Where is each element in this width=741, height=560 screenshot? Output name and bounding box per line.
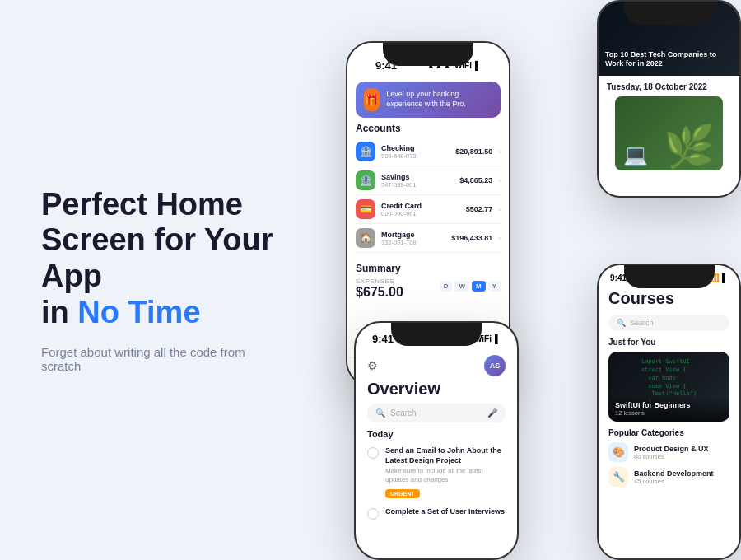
tasks-screen: 9:41 ▲▲▲ WiFi ▌ ⚙ AS Overview 🔍 Search 🎤… bbox=[356, 323, 517, 558]
summary-left: EXPENSES $675.00 bbox=[356, 278, 403, 300]
tasks-avatar: AS bbox=[484, 355, 506, 376]
savings-icon: 🏦 bbox=[356, 170, 375, 190]
credit-amount: $502.77 bbox=[466, 205, 493, 213]
news-article-title: Top 10 Best Tech Companies to Work for i… bbox=[605, 50, 733, 69]
task-name-1: Send an Email to John About the Latest D… bbox=[385, 446, 506, 465]
courses-screen: 9:41 ▲▲▲ 📶 ▌ Courses 🔍 Search Just for Y… bbox=[599, 265, 739, 558]
hero-subtitle: Forget about writing all the code from s… bbox=[41, 345, 280, 373]
tasks-today-label: Today bbox=[356, 429, 517, 442]
courses-search-icon: 🔍 bbox=[617, 319, 626, 327]
expenses-amount: $675.00 bbox=[356, 285, 403, 300]
plant-icon: 🌿 bbox=[664, 123, 715, 170]
chevron-icon: › bbox=[498, 148, 501, 156]
task-content-1: Send an Email to John About the Latest D… bbox=[385, 446, 506, 499]
summary-section: Summary EXPENSES $675.00 D W M Y bbox=[347, 253, 509, 305]
task-badge-urgent: URGENT bbox=[385, 489, 420, 498]
accounts-section: Accounts 🏦 Checking 900-648-073 $20,891.… bbox=[347, 123, 509, 253]
news-phone: Top 10 Best Tech Companies to Work for i… bbox=[597, 0, 741, 198]
task-checkbox-2[interactable] bbox=[367, 508, 379, 520]
checking-num: 900-648-073 bbox=[381, 152, 450, 160]
tasks-status-time: 9:41 bbox=[372, 333, 394, 345]
period-pills: D W M Y bbox=[440, 281, 501, 292]
account-checking: 🏦 Checking 900-648-073 $20,891.50 › bbox=[356, 138, 501, 166]
courses-search-placeholder: Search bbox=[630, 319, 654, 327]
task-desc-1: Make sure to include all the latest upda… bbox=[385, 467, 506, 484]
account-savings: 🏦 Savings 547-089-001 $4,865.23 › bbox=[356, 166, 501, 195]
credit-num: 020-000-961 bbox=[381, 210, 460, 217]
design-name: Product Design & UX bbox=[634, 445, 709, 453]
chevron-icon-4: › bbox=[498, 235, 501, 242]
course-lessons: 12 lessons bbox=[615, 409, 723, 417]
news-date-section: Tuesday, 18 October 2022 🌿 💻 bbox=[599, 76, 739, 177]
title-line-1: Perfect Home bbox=[41, 187, 243, 222]
backend-count: 45 courses bbox=[634, 478, 714, 485]
courses-search[interactable]: 🔍 Search bbox=[608, 315, 729, 331]
tasks-header: ⚙ AS bbox=[356, 348, 517, 380]
tasks-search-placeholder: Search bbox=[390, 408, 417, 418]
backend-name: Backend Development bbox=[634, 469, 714, 478]
chevron-icon-3: › bbox=[498, 206, 501, 213]
mortgage-amount: $196,433.81 bbox=[451, 234, 492, 242]
popular-section: Popular Categories 🎨 Product Design & UX… bbox=[599, 428, 739, 487]
microphone-icon: 🎤 bbox=[487, 408, 497, 418]
mortgage-name: Mortgage bbox=[381, 231, 445, 239]
backend-icon: 🔧 bbox=[608, 467, 628, 487]
design-count: 80 courses bbox=[634, 453, 709, 460]
accounts-label: Accounts bbox=[356, 123, 501, 134]
news-screen: Top 10 Best Tech Companies to Work for i… bbox=[599, 2, 739, 196]
laptop-icon: 💻 bbox=[623, 143, 648, 166]
task-checkbox-1[interactable] bbox=[367, 447, 379, 459]
tasks-gear-icon[interactable]: ⚙ bbox=[367, 359, 378, 372]
period-w[interactable]: W bbox=[454, 281, 469, 292]
chevron-icon-2: › bbox=[498, 177, 501, 184]
news-phone-notch bbox=[624, 2, 715, 25]
tasks-phone: 9:41 ▲▲▲ WiFi ▌ ⚙ AS Overview 🔍 Search 🎤… bbox=[354, 321, 519, 560]
period-m[interactable]: M bbox=[472, 281, 486, 292]
summary-row: EXPENSES $675.00 D W M Y bbox=[356, 278, 501, 300]
popular-item-design: 🎨 Product Design & UX 80 courses bbox=[608, 442, 729, 462]
courses-phone: 9:41 ▲▲▲ 📶 ▌ Courses 🔍 Search Just for Y… bbox=[597, 264, 741, 560]
credit-icon: 💳 bbox=[356, 199, 375, 219]
courses-phone-notch bbox=[624, 265, 715, 288]
savings-amount: $4,865.23 bbox=[459, 176, 492, 184]
task-name-2: Complete a Set of User Interviews bbox=[385, 507, 505, 517]
banking-banner: 🎁 Level up your banking experience with … bbox=[356, 82, 501, 118]
course-name: SwiftUI for Beginners bbox=[615, 401, 723, 409]
period-d[interactable]: D bbox=[440, 281, 453, 292]
task-item-1: Send an Email to John About the Latest D… bbox=[356, 442, 517, 503]
design-info: Product Design & UX 80 courses bbox=[634, 445, 709, 460]
period-y[interactable]: Y bbox=[488, 281, 501, 292]
tasks-search-icon: 🔍 bbox=[375, 408, 385, 418]
credit-name: Credit Card bbox=[381, 202, 460, 210]
backend-info: Backend Development 45 courses bbox=[634, 469, 714, 485]
banner-copy: Level up your banking experience with th… bbox=[386, 90, 492, 109]
course-card[interactable]: import SwiftUI struct View { var body: s… bbox=[608, 352, 729, 422]
hero-section: Perfect Home Screen for Your App in No T… bbox=[0, 138, 313, 423]
account-mortgage: 🏠 Mortgage 332-001-708 $196,433.81 › bbox=[356, 224, 501, 253]
savings-num: 547-089-001 bbox=[381, 181, 454, 189]
gift-icon: 🎁 bbox=[364, 88, 380, 111]
tasks-search[interactable]: 🔍 Search 🎤 bbox=[367, 404, 506, 422]
tasks-title: Overview bbox=[356, 380, 517, 404]
courses-just-for-you-label: Just for You bbox=[599, 338, 739, 352]
summary-label: Summary bbox=[356, 263, 501, 274]
tasks-phone-notch bbox=[391, 323, 482, 346]
account-credit: 💳 Credit Card 020-000-961 $502.77 › bbox=[356, 195, 501, 224]
savings-info: Savings 547-089-001 bbox=[381, 173, 454, 189]
phones-container: 9:41 ▲▲▲ WiFi ▌ 🎁 Level up your banking … bbox=[288, 0, 741, 560]
savings-name: Savings bbox=[381, 173, 454, 181]
checking-amount: $20,891.50 bbox=[455, 147, 492, 156]
mortgage-num: 332-001-708 bbox=[381, 239, 445, 246]
news-article-image: 🌿 💻 bbox=[615, 96, 723, 170]
title-highlight: No Time bbox=[77, 295, 200, 329]
courses-battery-icon: ▌ bbox=[722, 273, 728, 282]
banner-text: Level up your banking experience with th… bbox=[386, 90, 492, 109]
popular-title: Popular Categories bbox=[608, 428, 729, 437]
mortgage-info: Mortgage 332-001-708 bbox=[381, 231, 445, 246]
hero-title: Perfect Home Screen for Your App in No T… bbox=[41, 187, 280, 331]
course-overlay: SwiftUI for Beginners 12 lessons bbox=[608, 396, 729, 422]
design-icon: 🎨 bbox=[608, 442, 628, 462]
checking-name: Checking bbox=[381, 144, 450, 152]
news-date: Tuesday, 18 October 2022 bbox=[607, 82, 731, 91]
credit-info: Credit Card 020-000-961 bbox=[381, 202, 460, 217]
